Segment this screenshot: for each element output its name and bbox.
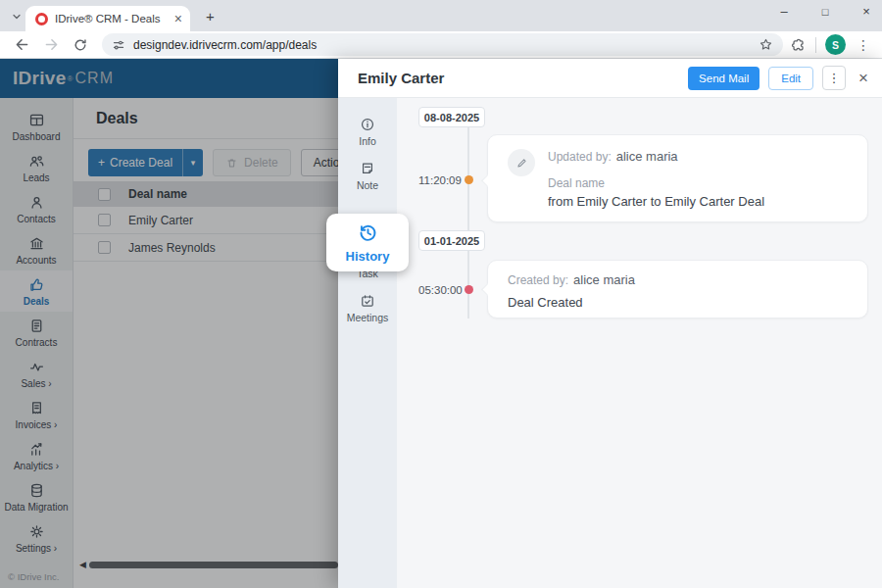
panel-body: Info Note Task Meetings History bbox=[338, 98, 882, 588]
deal-detail-panel: Emily Carter Send Mail Edit ⋮ × Info Not… bbox=[338, 59, 882, 588]
event-by-name: alice maria bbox=[573, 272, 635, 287]
timeline-date-chip: 08-08-2025 bbox=[418, 107, 485, 127]
history-timeline: 08-08-2025 11:20:09 Updated by:alice mar… bbox=[397, 98, 882, 588]
timeline-time: 05:30:00 bbox=[418, 284, 463, 296]
more-options-button[interactable]: ⋮ bbox=[822, 66, 846, 90]
tab-search-chevron-icon[interactable] bbox=[8, 8, 25, 25]
window-close-icon[interactable]: × bbox=[858, 4, 874, 19]
panel-tab-strip: Info Note Task Meetings bbox=[338, 98, 397, 588]
new-tab-button[interactable]: + bbox=[202, 8, 219, 24]
panel-header: Emily Carter Send Mail Edit ⋮ × bbox=[338, 59, 882, 98]
pencil-icon bbox=[508, 149, 535, 176]
browser-menu-icon[interactable]: ⋮ bbox=[855, 37, 872, 53]
address-bar[interactable]: designdev.idrivecrm.com/app/deals bbox=[102, 33, 783, 56]
event-by-name: alice maria bbox=[616, 149, 678, 164]
kebab-icon: ⋮ bbox=[828, 71, 841, 85]
edit-button[interactable]: Edit bbox=[768, 67, 813, 90]
event-details: Updated by:alice maria Deal name from Em… bbox=[548, 149, 764, 208]
info-icon bbox=[360, 117, 375, 132]
toolbar-divider bbox=[815, 37, 816, 53]
tab-info[interactable]: Info bbox=[338, 110, 397, 154]
meetings-icon bbox=[360, 293, 375, 309]
site-info-icon[interactable] bbox=[112, 38, 125, 52]
panel-title: Emily Carter bbox=[358, 70, 688, 86]
tab-close-icon[interactable]: × bbox=[174, 12, 182, 25]
card-notch bbox=[481, 283, 494, 296]
browser-tab[interactable]: IDrive® CRM - Deals × bbox=[25, 6, 190, 31]
send-mail-button[interactable]: Send Mail bbox=[688, 67, 760, 90]
history-icon bbox=[357, 221, 379, 244]
panel-close-icon[interactable]: × bbox=[858, 70, 868, 86]
forward-icon[interactable] bbox=[39, 33, 63, 57]
timeline-time: 11:20:09 bbox=[418, 174, 462, 186]
extensions-icon[interactable] bbox=[791, 37, 807, 53]
event-by-label: Created by: bbox=[508, 273, 568, 287]
crm-app: IDrive®CRM Dashboard Leads Contacts Acco… bbox=[0, 59, 882, 588]
card-notch bbox=[481, 174, 494, 187]
timeline-date-chip: 01-01-2025 bbox=[418, 230, 485, 251]
back-icon[interactable] bbox=[10, 33, 33, 57]
url-text[interactable]: designdev.idrivecrm.com/app/deals bbox=[133, 38, 759, 52]
timeline-dot-update bbox=[465, 175, 473, 184]
browser-tab-bar: IDrive® CRM - Deals × + – □ × bbox=[0, 0, 882, 31]
tab-title: IDrive® CRM - Deals bbox=[55, 13, 169, 24]
profile-avatar[interactable]: S bbox=[825, 34, 846, 55]
note-icon bbox=[360, 161, 375, 176]
event-change: Deal Created bbox=[508, 295, 848, 310]
panel-actions: Send Mail Edit ⋮ × bbox=[688, 66, 868, 90]
idrive-favicon-icon bbox=[35, 13, 48, 25]
event-by-label: Updated by: bbox=[548, 150, 612, 164]
tab-history-active[interactable]: History bbox=[326, 214, 409, 271]
bookmark-star-icon[interactable] bbox=[759, 37, 773, 52]
event-change: from Emily Carter to Emily Carter Deal bbox=[548, 194, 764, 209]
timeline-event-card: Updated by:alice maria Deal name from Em… bbox=[487, 134, 868, 222]
tab-note[interactable]: Note bbox=[338, 154, 397, 198]
timeline-event-card: Created by:alice maria Deal Created bbox=[487, 260, 868, 318]
window-controls: – □ × bbox=[776, 4, 874, 19]
minimize-icon[interactable]: – bbox=[776, 4, 792, 19]
reload-icon[interactable] bbox=[69, 33, 92, 57]
event-field: Deal name bbox=[548, 176, 764, 190]
browser-toolbar: designdev.idrivecrm.com/app/deals S ⋮ bbox=[0, 31, 882, 59]
maximize-icon[interactable]: □ bbox=[817, 6, 833, 18]
modal-dim-overlay bbox=[0, 59, 338, 588]
timeline-dot-create bbox=[465, 285, 473, 294]
toolbar-right-cluster: S ⋮ bbox=[791, 34, 872, 55]
tab-meetings[interactable]: Meetings bbox=[338, 286, 397, 330]
